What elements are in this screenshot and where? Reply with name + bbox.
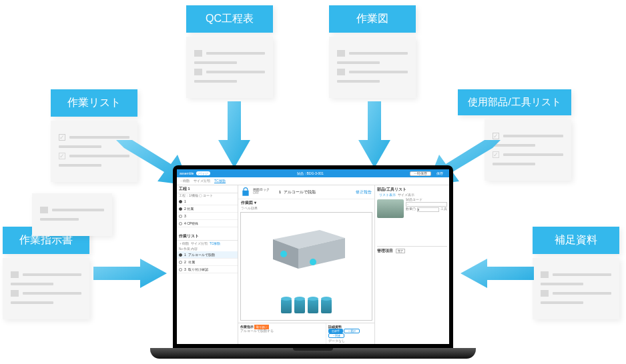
app-topbar: assemble バッジ 製品：BDG-3-001 一時保存 保存 bbox=[177, 169, 449, 177]
arrow-down-icon bbox=[218, 101, 250, 168]
tasklist-chips: ＋樹脂 サイズ分類 TC移動 bbox=[177, 241, 238, 247]
task-row[interactable]: 3取り付け確認 bbox=[177, 266, 238, 273]
card-parts-label: 使用部品/工具リスト bbox=[458, 89, 571, 115]
code-input[interactable] bbox=[406, 202, 447, 207]
task-no: 1 bbox=[279, 190, 281, 194]
instr-text: アルコールで脱脂する bbox=[240, 329, 324, 333]
app-brand: assemble bbox=[180, 171, 194, 175]
arrow-down-icon bbox=[358, 101, 390, 168]
parts-chip-b[interactable]: サイズ表示 bbox=[398, 193, 414, 197]
card-qc-label: QC工程表 bbox=[186, 5, 273, 33]
viewer-title[interactable]: 作業図 ▾ bbox=[238, 199, 374, 207]
qty-label: 数量(*) bbox=[406, 207, 416, 212]
tab-c[interactable]: TC移動 bbox=[214, 179, 226, 183]
card-tasklist-label: 作業リスト bbox=[51, 89, 137, 117]
card-diagram: 作業図 bbox=[329, 5, 416, 98]
card-instr: 作業指示書 bbox=[3, 227, 89, 319]
app-screen: assemble バッジ 製品：BDG-3-001 一時保存 保存 －樹脂 サイ… bbox=[177, 169, 449, 344]
lock-sub: OFF bbox=[253, 192, 270, 195]
proc-row[interactable]: 4 CP特殊 bbox=[177, 220, 238, 227]
code-label: 製品コード bbox=[406, 198, 447, 201]
card-diagram-label: 作業図 bbox=[329, 5, 416, 33]
doc-icon bbox=[32, 193, 112, 236]
task-cols: No 作業 内容 bbox=[177, 247, 238, 251]
proc-row[interactable]: 2 付属 bbox=[177, 205, 238, 213]
mid-panel: 画面ロック OFF 1 アルコールで脱脂 修正報告 作業図 ▾ ラベル効果 bbox=[238, 185, 374, 344]
instr-tag: 取り扱い bbox=[254, 325, 269, 329]
doc-icon bbox=[533, 258, 619, 319]
card-suppl: 補足資料 bbox=[533, 227, 619, 319]
detail-tab-part[interactable]: ＋選択 bbox=[344, 329, 360, 333]
tasklist-header: 作業リスト bbox=[177, 233, 238, 241]
lock-icon bbox=[241, 187, 250, 197]
detail-tab-all[interactable]: 全部手 bbox=[328, 329, 343, 333]
laptop: assemble バッジ 製品：BDG-3-001 一時保存 保存 －樹脂 サイ… bbox=[150, 165, 476, 359]
laptop-bezel: assemble バッジ 製品：BDG-3-001 一時保存 保存 －樹脂 サイ… bbox=[173, 165, 453, 348]
task-title: アルコールで脱脂 bbox=[284, 190, 316, 195]
subtabs: －樹脂 サイズ分類 TC移動 bbox=[177, 177, 449, 185]
proc-row[interactable]: 1 bbox=[177, 198, 238, 205]
3d-viewer[interactable] bbox=[240, 212, 372, 321]
left-panel: 工程 1 工程：1/機種 ▢ コート 1 2 付属 3 4 CP特殊 作業リスト… bbox=[177, 185, 238, 344]
mid-bottom: 作業指示 取り扱い アルコールで脱脂する 詳細資料 全部手 ＋選択 →関連 デー… bbox=[238, 323, 374, 344]
parts-chip-a[interactable]: リスト表示 bbox=[379, 193, 396, 197]
no-data: データなし bbox=[328, 339, 372, 343]
detail-tab-link[interactable]: →関連 bbox=[328, 333, 344, 338]
qty-unit: 工具 bbox=[440, 207, 447, 212]
viewer-sub: ラベル効果 bbox=[238, 207, 374, 210]
svg-point-4 bbox=[310, 259, 316, 265]
badge: バッジ bbox=[196, 171, 210, 175]
right-panel: 部品/工具リスト リスト表示 サイズ表示 製品コード 数量(*) bbox=[374, 185, 449, 344]
fix-report-link[interactable]: 修正報告 bbox=[356, 190, 372, 195]
laptop-notch bbox=[293, 348, 333, 351]
process-header: 工程 1 bbox=[177, 185, 238, 193]
parts-header: 部品/工具リスト bbox=[377, 187, 406, 191]
tab-b[interactable]: サイズ分類 bbox=[194, 179, 210, 183]
mgmt-header: 管理項目 bbox=[377, 249, 393, 253]
doc-icon bbox=[3, 258, 89, 319]
mgmt-check[interactable]: 完了 bbox=[396, 249, 405, 253]
svg-point-3 bbox=[280, 251, 287, 257]
doc-icon bbox=[329, 37, 416, 98]
process-sub: 工程：1/機種 ▢ コート bbox=[177, 193, 238, 198]
cylinders bbox=[281, 299, 332, 313]
card-suppl-label: 補足資料 bbox=[533, 227, 619, 254]
product-label: 製品：BDG-3-001 bbox=[297, 171, 324, 175]
qty-input[interactable] bbox=[417, 207, 439, 212]
instr-header: 作業指示 bbox=[240, 325, 254, 329]
pause-button[interactable]: 一時保存 bbox=[410, 171, 431, 176]
part-thumbnail[interactable] bbox=[377, 199, 404, 218]
doc-icon bbox=[186, 37, 273, 98]
tab-a[interactable]: －樹脂 bbox=[180, 179, 190, 183]
card-qc: QC工程表 bbox=[186, 5, 273, 98]
laptop-base bbox=[150, 348, 476, 359]
task-row[interactable]: 1アルコールで脱脂 bbox=[177, 251, 238, 259]
save-button[interactable]: 保存 bbox=[433, 171, 446, 176]
proc-row[interactable]: 3 bbox=[177, 213, 238, 220]
3d-box-icon bbox=[266, 226, 346, 273]
task-row[interactable]: 2付属 bbox=[177, 259, 238, 266]
mid-header: 画面ロック OFF 1 アルコールで脱脂 修正報告 bbox=[238, 185, 374, 199]
